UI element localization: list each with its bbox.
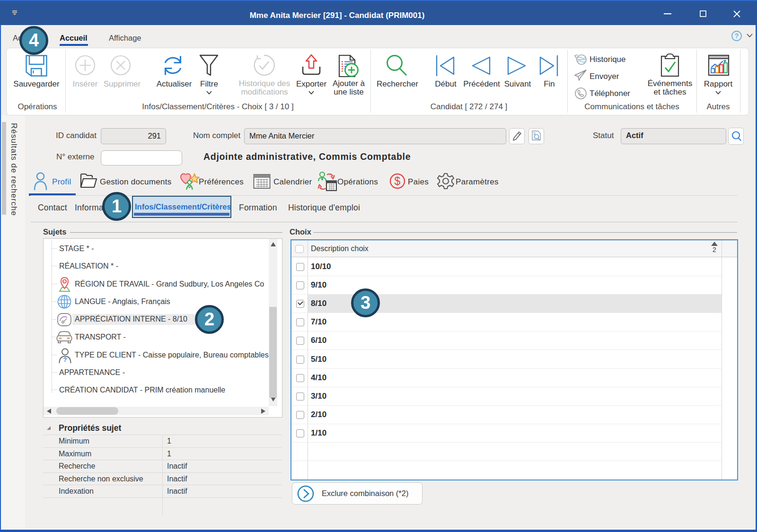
svg-text:$: $: [395, 175, 401, 187]
svg-text:?: ?: [63, 356, 67, 363]
svg-text:?: ?: [735, 32, 739, 40]
